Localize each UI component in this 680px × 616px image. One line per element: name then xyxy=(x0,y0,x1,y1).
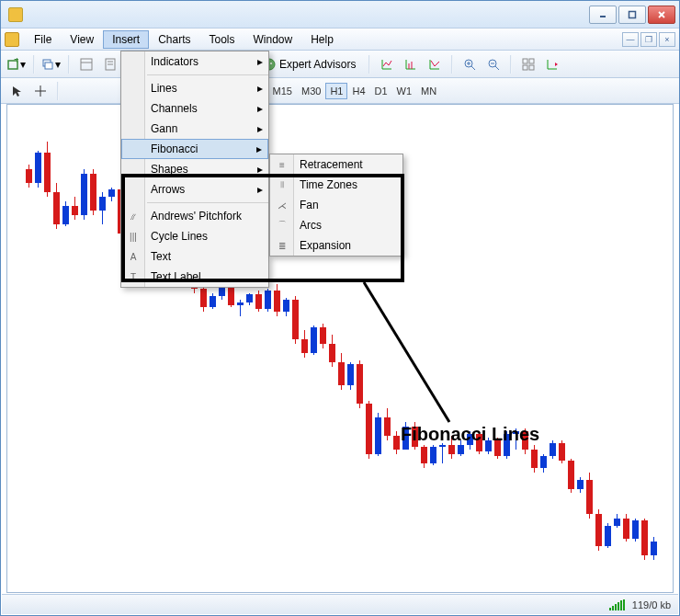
profiles-button[interactable]: ▾ xyxy=(41,54,62,74)
svg-rect-176 xyxy=(623,519,629,539)
menu-file[interactable]: File xyxy=(25,30,61,49)
menu-help[interactable]: Help xyxy=(301,30,343,49)
expert-advisors-label: Expert Advisors xyxy=(279,58,356,71)
mdi-restore-button[interactable]: ❐ xyxy=(640,32,657,47)
annotation-text: Fibonacci Lines xyxy=(401,424,539,445)
svg-rect-116 xyxy=(347,364,354,385)
svg-rect-96 xyxy=(255,294,262,309)
menu-tools[interactable]: Tools xyxy=(200,30,244,49)
insert-item-fibonacci[interactable]: Fibonacci▸ xyxy=(121,139,268,159)
svg-rect-158 xyxy=(540,456,547,468)
indicators-list-button[interactable] xyxy=(377,54,397,74)
svg-rect-170 xyxy=(595,514,602,546)
svg-rect-132 xyxy=(421,447,427,463)
svg-rect-56 xyxy=(72,206,78,215)
svg-rect-120 xyxy=(366,404,372,454)
menu-view[interactable]: View xyxy=(61,30,103,49)
timeframe-d1[interactable]: D1 xyxy=(370,83,392,99)
insert-item-indicators[interactable]: Indicators▸ xyxy=(121,51,268,72)
svg-rect-166 xyxy=(577,480,584,489)
menu-charts[interactable]: Charts xyxy=(149,30,199,49)
timeframe-w1[interactable]: W1 xyxy=(392,83,417,99)
svg-rect-114 xyxy=(338,362,345,385)
svg-rect-122 xyxy=(375,417,381,454)
close-button[interactable] xyxy=(648,6,675,24)
market-watch-button[interactable] xyxy=(76,54,96,74)
mdi-minimize-button[interactable]: — xyxy=(622,32,639,47)
svg-rect-52 xyxy=(53,192,60,224)
insert-item-arrows[interactable]: Arrows▸ xyxy=(121,179,268,200)
timeframe-m15[interactable]: M15 xyxy=(268,83,297,99)
connection-bars-icon xyxy=(609,599,625,610)
svg-rect-100 xyxy=(274,291,280,312)
svg-marker-42 xyxy=(13,86,21,97)
svg-rect-37 xyxy=(523,65,527,70)
svg-rect-35 xyxy=(523,59,527,63)
svg-rect-108 xyxy=(311,327,317,353)
fibonacci-item-retracement[interactable]: ≡Retracement xyxy=(270,154,402,175)
svg-rect-84 xyxy=(200,289,207,307)
svg-rect-112 xyxy=(329,344,335,362)
insert-item-gann[interactable]: Gann▸ xyxy=(121,119,268,139)
minimize-button[interactable] xyxy=(589,6,617,24)
svg-rect-140 xyxy=(458,445,464,454)
svg-rect-104 xyxy=(292,300,299,339)
insert-item-lines[interactable]: Lines▸ xyxy=(121,78,268,98)
navigator-button[interactable] xyxy=(100,54,120,74)
menu-window[interactable]: Window xyxy=(244,30,302,49)
templates-button[interactable] xyxy=(425,54,445,74)
fibonacci-item-time-zones[interactable]: ⦀Time Zones xyxy=(270,175,402,195)
app-menu-icon xyxy=(5,32,19,47)
svg-rect-102 xyxy=(283,300,289,312)
timeframe-h4[interactable]: H4 xyxy=(347,83,369,99)
tile-windows-button[interactable] xyxy=(518,54,538,74)
maximize-button[interactable] xyxy=(618,6,646,24)
svg-line-33 xyxy=(495,66,499,70)
cursor-tool[interactable] xyxy=(6,81,27,101)
expert-advisors-button[interactable]: Expert Advisors xyxy=(256,55,362,74)
insert-item-text-label[interactable]: TText Label xyxy=(121,267,268,287)
crosshair-tool[interactable] xyxy=(30,81,51,101)
periods-button[interactable] xyxy=(401,54,421,74)
svg-rect-36 xyxy=(529,59,534,63)
svg-rect-178 xyxy=(632,520,639,539)
svg-rect-92 xyxy=(237,302,244,305)
application-window: FileViewInsertChartsToolsWindowHelp — ❐ … xyxy=(0,0,680,616)
svg-rect-48 xyxy=(35,153,41,183)
insert-item-shapes[interactable]: Shapes▸ xyxy=(121,159,268,179)
new-chart-button[interactable]: +▾ xyxy=(6,54,27,74)
svg-rect-98 xyxy=(265,291,271,309)
zoom-in-button[interactable] xyxy=(459,54,480,74)
svg-rect-64 xyxy=(108,189,115,197)
svg-rect-106 xyxy=(301,339,308,353)
mdi-close-button[interactable]: × xyxy=(659,32,675,47)
insert-item-cycle-lines[interactable]: |||Cycle Lines xyxy=(121,226,268,246)
svg-rect-38 xyxy=(529,65,534,70)
connection-status: 119/0 kb xyxy=(632,599,671,610)
svg-rect-160 xyxy=(550,443,556,456)
insert-item-channels[interactable]: Channels▸ xyxy=(121,98,268,119)
svg-rect-110 xyxy=(320,327,326,344)
timeframe-h1[interactable]: H1 xyxy=(325,83,347,99)
fibonacci-item-fan[interactable]: ⋌Fan xyxy=(270,195,402,215)
svg-rect-7 xyxy=(45,63,52,69)
timeframe-mn[interactable]: MN xyxy=(416,83,441,99)
fibonacci-item-arcs[interactable]: ⌒Arcs xyxy=(270,215,402,235)
svg-rect-1 xyxy=(629,11,636,17)
insert-item-text[interactable]: AText xyxy=(121,246,268,267)
insert-item-andrews-pitchfork[interactable]: ⫽Andrews' Pitchfork xyxy=(121,206,268,226)
svg-rect-50 xyxy=(44,153,51,192)
timeframe-m30[interactable]: M30 xyxy=(297,83,325,99)
fibonacci-item-expansion[interactable]: ≣Expansion xyxy=(270,235,402,256)
svg-rect-62 xyxy=(99,197,106,211)
svg-rect-168 xyxy=(586,480,593,514)
menu-insert[interactable]: Insert xyxy=(103,30,149,49)
zoom-out-button[interactable] xyxy=(483,54,504,74)
svg-rect-172 xyxy=(605,526,611,546)
fibonacci-submenu: ≡Retracement⦀Time Zones⋌Fan⌒Arcs≣Expansi… xyxy=(269,154,403,257)
svg-rect-156 xyxy=(531,450,538,468)
app-icon xyxy=(8,7,23,22)
step-forward-button[interactable] xyxy=(542,54,562,74)
svg-rect-162 xyxy=(559,443,565,461)
svg-point-19 xyxy=(270,63,272,64)
